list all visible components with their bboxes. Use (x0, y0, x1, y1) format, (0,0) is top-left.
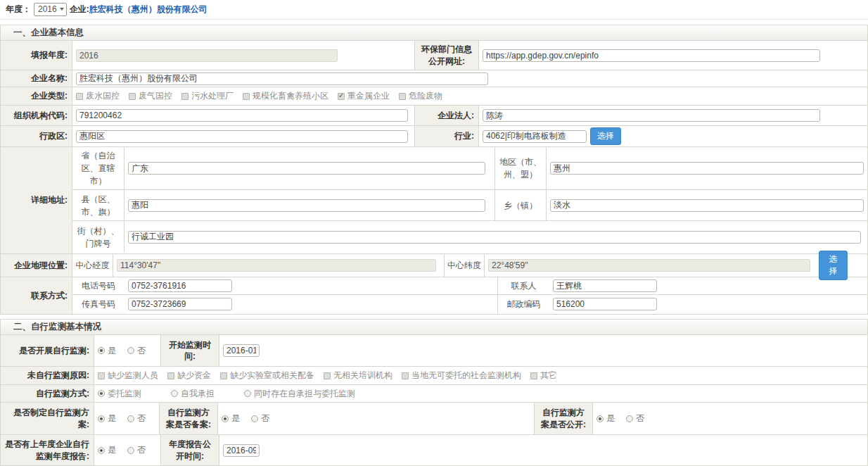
plan-label: 是否制定自行监测方案: (1, 403, 94, 434)
contact-row-fax: 传真号码 邮政编码 (72, 295, 867, 313)
radio-icon (626, 415, 633, 422)
method-option-commissioned[interactable]: 委托监测 (98, 388, 141, 400)
option-label: 缺少监测人员 (108, 370, 158, 382)
section1-title: 一、企业基本信息 (1, 25, 867, 41)
option-label: 是 (231, 413, 240, 424)
company-type-option-hazardous-waste[interactable]: 危险废物 (399, 90, 442, 102)
county-input[interactable] (128, 199, 485, 212)
company-type-label: 企业类型: (1, 87, 72, 105)
radio-icon (98, 347, 105, 354)
street-label: 街（村）、门牌号 (72, 221, 125, 253)
reason-option-no-agency[interactable]: 当地无可委托的社会监测机构 (402, 370, 521, 382)
reason-option-no-staff[interactable]: 缺少监测人员 (98, 370, 158, 382)
radio-icon (244, 390, 251, 397)
phone-label: 电话号码 (72, 277, 125, 294)
latitude-input[interactable] (488, 259, 810, 272)
town-cell (547, 190, 867, 220)
option-label: 危险废物 (409, 90, 442, 102)
row-annual-report: 是否有上年度企业自行监测年度报告: 是 否 年度报告公开时间: (1, 435, 867, 465)
phone-input[interactable] (128, 279, 232, 292)
option-label: 其它 (540, 370, 557, 382)
fax-input[interactable] (128, 298, 232, 310)
company-type-option-sewage-plant[interactable]: 污水处理厂 (181, 90, 234, 102)
city-input[interactable] (550, 162, 864, 175)
company-type-option-livestock[interactable]: 规模化畜禽养殖小区 (243, 90, 328, 102)
org-code-cell (72, 106, 414, 125)
contact-block: 电话号码 联系人 传真号码 邮政编码 (72, 277, 867, 314)
option-label: 否 (137, 444, 146, 456)
option-label: 是 (108, 345, 116, 357)
option-label: 否 (636, 413, 644, 424)
checkbox-icon (399, 93, 406, 100)
longitude-input[interactable] (117, 259, 436, 272)
self-monitor-label: 是否开展自行监测: (1, 335, 94, 366)
industry-select-button[interactable]: 选择 (590, 127, 621, 145)
legal-person-label: 企业法人: (414, 106, 479, 125)
address-row-province: 省（自治区、直辖市） 地区（市、州、盟） (72, 147, 867, 190)
district-input[interactable] (76, 130, 408, 143)
radio-icon (127, 415, 134, 422)
company-type-options: 废水国控 废气国控 污水处理厂 规模化畜禽养殖小区 重金属企业 危险废物 (72, 87, 867, 105)
contact-person-input[interactable] (553, 279, 657, 292)
reason-option-no-funds[interactable]: 缺少资金 (167, 370, 211, 382)
self-monitor-option-yes[interactable]: 是 (98, 345, 116, 357)
method-option-self[interactable]: 自我承担 (171, 388, 215, 400)
company-type-option-wastegas[interactable]: 废气国控 (129, 90, 172, 102)
city-cell (547, 147, 867, 189)
address-row-county: 县（区、市、旗） 乡（镇） (72, 190, 867, 221)
record-option-no[interactable]: 否 (251, 413, 269, 424)
geo-select-button[interactable]: 选择 (819, 251, 848, 280)
reason-option-other[interactable]: 其它 (530, 370, 557, 382)
org-code-label: 组织机构代码: (1, 106, 72, 125)
checkbox-icon (324, 372, 331, 379)
record-option-yes[interactable]: 是 (222, 413, 240, 424)
checkbox-icon (243, 93, 250, 100)
plan-option-no[interactable]: 否 (127, 413, 146, 424)
fill-year-label: 填报年度: (1, 41, 72, 70)
radio-icon (251, 415, 258, 422)
year-label: 年度： (6, 4, 31, 15)
org-code-input[interactable] (76, 109, 408, 122)
public-label: 自行监测方案是否公开: (534, 403, 593, 434)
section2-title: 二、自行监测基本情况 (1, 320, 867, 335)
report-time-input[interactable] (223, 444, 260, 457)
checkbox-icon (530, 372, 537, 379)
latitude-label: 中心纬度 (444, 254, 485, 277)
legal-person-input[interactable] (483, 109, 820, 122)
public-option-yes[interactable]: 是 (596, 413, 615, 424)
street-input[interactable] (128, 231, 861, 244)
address-block: 省（自治区、直辖市） 地区（市、州、盟） 县（区、市、旗） 乡（镇） (72, 147, 867, 253)
chevron-down-icon (60, 8, 64, 11)
record-options: 是 否 (218, 403, 534, 434)
contact-row-phone: 电话号码 联系人 (72, 277, 867, 295)
option-label: 是 (606, 413, 615, 424)
company-type-option-wastewater[interactable]: 废水国控 (76, 90, 120, 102)
reason-option-no-lab[interactable]: 缺少实验室或相关配备 (220, 370, 314, 382)
row-self-monitor: 是否开展自行监测: 是 否 开始监测时间: (1, 335, 867, 367)
company-type-option-heavy-metal[interactable]: 重金属企业 (338, 90, 390, 102)
public-option-no[interactable]: 否 (626, 413, 644, 424)
province-input[interactable] (128, 162, 485, 175)
industry-input[interactable] (483, 130, 587, 143)
env-url-input[interactable] (483, 49, 820, 62)
self-monitor-option-no[interactable]: 否 (127, 345, 146, 357)
city-label: 地区（市、州、盟） (494, 147, 547, 189)
row-address: 详细地址: 省（自治区、直辖市） 地区（市、州、盟） 县（区、市、旗） 乡（镇） (1, 147, 867, 254)
geo-button-cell: 选择 (815, 254, 867, 277)
phone-cell (125, 277, 497, 294)
town-input[interactable] (550, 199, 864, 212)
row-company-type: 企业类型: 废水国控 废气国控 污水处理厂 规模化畜禽养殖小区 重金属企业 (1, 87, 867, 106)
option-label: 规模化畜禽养殖小区 (253, 90, 328, 102)
fill-year-input[interactable] (76, 49, 338, 62)
annual-report-option-yes[interactable]: 是 (98, 444, 116, 456)
postcode-input[interactable] (553, 298, 657, 310)
start-time-input[interactable] (223, 344, 260, 357)
annual-report-option-no[interactable]: 否 (127, 444, 146, 456)
method-option-both[interactable]: 同时存在自承担与委托监测 (244, 388, 355, 400)
reason-option-no-training[interactable]: 无相关培训机构 (324, 370, 392, 382)
company-name-input[interactable] (76, 73, 488, 85)
annual-report-label: 是否有上年度企业自行监测年度报告: (1, 435, 94, 465)
plan-option-yes[interactable]: 是 (98, 413, 116, 424)
year-select[interactable]: 2016 (34, 3, 67, 16)
radio-icon (98, 390, 105, 397)
